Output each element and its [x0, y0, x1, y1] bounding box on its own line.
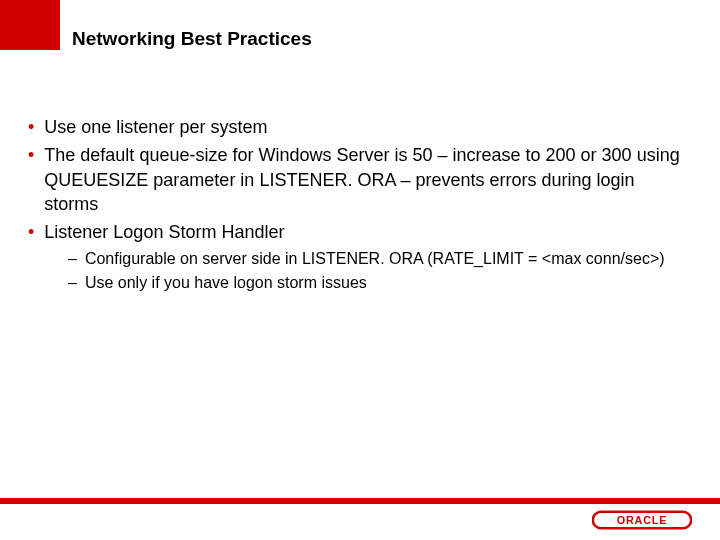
bullet-text: Listener Logon Storm Handler [44, 220, 692, 244]
bullet-item: • Listener Logon Storm Handler [28, 220, 692, 244]
bullet-text: The default queue-size for Windows Serve… [44, 143, 692, 216]
sub-bullet-text: Configurable on server side in LISTENER.… [85, 248, 665, 270]
oracle-logo: ORACLE [592, 510, 692, 530]
bullet-dot-icon: • [28, 220, 34, 244]
bullet-text: Use one listener per system [44, 115, 692, 139]
bullet-dot-icon: • [28, 143, 34, 167]
bullet-item: • Use one listener per system [28, 115, 692, 139]
footer-red-bar [0, 498, 720, 504]
dash-icon: – [68, 272, 77, 294]
oracle-logo-text: ORACLE [617, 514, 668, 526]
bullet-dot-icon: • [28, 115, 34, 139]
sub-bullet-text: Use only if you have logon storm issues [85, 272, 367, 294]
sub-bullet-item: – Use only if you have logon storm issue… [68, 272, 692, 294]
slide-title: Networking Best Practices [72, 28, 312, 50]
header-red-block [0, 0, 60, 50]
bullet-item: • The default queue-size for Windows Ser… [28, 143, 692, 216]
sub-bullet-list: – Configurable on server side in LISTENE… [68, 248, 692, 293]
dash-icon: – [68, 248, 77, 270]
sub-bullet-item: – Configurable on server side in LISTENE… [68, 248, 692, 270]
slide-content: • Use one listener per system • The defa… [28, 115, 692, 296]
